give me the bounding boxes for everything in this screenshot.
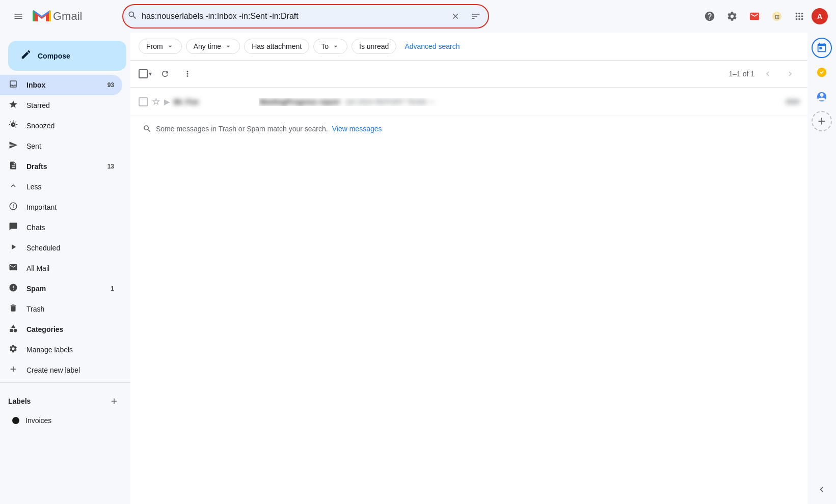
search-icon: [127, 10, 138, 23]
manage-labels-label: Manage labels: [26, 346, 114, 354]
search-input[interactable]: [142, 12, 443, 21]
label-item-invoices[interactable]: Invoices: [8, 411, 114, 430]
menu-button[interactable]: [8, 6, 29, 26]
create-label-label: Create new label: [26, 366, 114, 374]
inbox-count: 93: [107, 81, 114, 89]
select-all-checkbox[interactable]: [139, 69, 148, 78]
mail-icon-button[interactable]: [744, 6, 765, 26]
sidebar: Compose Inbox 93 Starred Snoo: [0, 33, 130, 504]
pagination: 1–1 of 1: [729, 65, 799, 83]
sidebar-item-snoozed[interactable]: Snoozed: [0, 116, 122, 136]
important-marker-icon[interactable]: ▶: [164, 98, 170, 106]
add-label-button[interactable]: [106, 393, 122, 409]
sidebar-item-manage-labels[interactable]: Manage labels: [0, 340, 122, 360]
google-account-button[interactable]: ⊞: [767, 6, 787, 26]
important-icon: [8, 202, 18, 213]
svg-point-3: [14, 328, 17, 332]
sidebar-item-trash[interactable]: Trash: [0, 299, 122, 319]
select-dropdown-icon[interactable]: ▾: [149, 70, 152, 77]
label-name-invoices: Invoices: [25, 416, 51, 425]
refresh-button[interactable]: [156, 65, 174, 83]
help-button[interactable]: [699, 6, 720, 26]
sidebar-item-all-mail[interactable]: All Mail: [0, 258, 122, 278]
search-bar-wrapper: [122, 4, 489, 29]
starred-icon: [8, 100, 18, 111]
user-avatar-button[interactable]: A: [812, 8, 828, 24]
chats-label: Chats: [26, 223, 114, 232]
compose-button[interactable]: Compose: [8, 41, 126, 71]
label-color-dot: [12, 417, 19, 424]
notice-text: Some messages in Trash or Spam match you…: [156, 125, 328, 133]
email-list: ☆ ▶ Mr. Fox MeetingProgress report Q4 20…: [130, 88, 807, 116]
important-label: Important: [26, 203, 114, 211]
drafts-icon: [8, 161, 18, 173]
calendar-button[interactable]: [812, 38, 832, 58]
advanced-search-link[interactable]: Advanced search: [400, 39, 464, 53]
is-unread-filter-button[interactable]: Is unread: [352, 39, 396, 54]
search-notice: Some messages in Trash or Spam match you…: [130, 116, 807, 142]
top-right-icons: ⊞ A: [699, 6, 828, 26]
sidebar-item-create-label[interactable]: Create new label: [0, 360, 122, 380]
drafts-label: Drafts: [26, 162, 99, 171]
email-checkbox[interactable]: [139, 97, 148, 106]
right-panel: [807, 33, 836, 504]
create-label-icon: [8, 365, 18, 376]
labels-title: Labels: [8, 397, 31, 405]
svg-text:⊞: ⊞: [775, 14, 779, 20]
to-filter-button[interactable]: To: [313, 39, 347, 54]
sidebar-item-important[interactable]: Important: [0, 197, 122, 217]
app-title: Gmail: [53, 10, 82, 23]
all-mail-icon: [8, 263, 18, 274]
labels-header: Labels: [8, 393, 122, 409]
any-time-filter-label: Any time: [194, 42, 221, 50]
has-attachment-filter-button[interactable]: Has attachment: [244, 39, 309, 54]
scheduled-label: Scheduled: [26, 244, 114, 252]
expand-panel-button[interactable]: [812, 480, 832, 500]
categories-label: Categories: [26, 325, 114, 333]
sidebar-item-drafts[interactable]: Drafts 13: [0, 156, 122, 177]
sidebar-item-sent[interactable]: Sent: [0, 136, 122, 156]
spam-icon: [8, 283, 18, 295]
gmail-logo-icon: [33, 9, 51, 23]
compose-label: Compose: [38, 52, 70, 60]
sidebar-item-categories[interactable]: Categories: [0, 319, 122, 340]
search-options-button[interactable]: [468, 8, 484, 24]
main-content: From Any time Has attachment To Is unrea…: [130, 33, 807, 504]
logo-area: Gmail: [33, 9, 114, 23]
any-time-filter-button[interactable]: Any time: [186, 39, 240, 54]
from-filter-button[interactable]: From: [139, 39, 182, 54]
sidebar-item-starred[interactable]: Starred: [0, 95, 122, 116]
settings-button[interactable]: [722, 6, 742, 26]
inbox-label: Inbox: [26, 81, 99, 89]
next-page-button[interactable]: [781, 65, 799, 83]
contacts-button[interactable]: [812, 87, 832, 107]
less-label: Less: [26, 183, 114, 191]
less-icon: [8, 181, 18, 193]
apps-button[interactable]: [789, 6, 810, 26]
sidebar-item-spam[interactable]: Spam 1: [0, 278, 122, 299]
add-app-button[interactable]: [812, 111, 832, 131]
more-options-button[interactable]: [178, 65, 197, 83]
view-messages-link[interactable]: View messages: [332, 125, 382, 133]
sidebar-item-inbox[interactable]: Inbox 93: [0, 75, 122, 95]
tasks-button[interactable]: [812, 62, 832, 82]
sidebar-item-scheduled[interactable]: Scheduled: [0, 238, 122, 258]
search-notice-icon: [143, 124, 152, 133]
search-clear-button[interactable]: [447, 8, 464, 24]
previous-page-button[interactable]: [759, 65, 777, 83]
categories-icon: [8, 324, 18, 335]
sidebar-item-less[interactable]: Less: [0, 177, 122, 197]
inbox-icon: [8, 79, 18, 91]
snoozed-icon: [8, 120, 18, 132]
starred-label: Starred: [26, 101, 114, 109]
drafts-count: 13: [107, 163, 114, 170]
select-all-area: ▾: [139, 69, 152, 78]
is-unread-label: Is unread: [359, 42, 389, 50]
has-attachment-label: Has attachment: [252, 42, 302, 50]
table-row[interactable]: ☆ ▶ Mr. Fox MeetingProgress report Q4 20…: [130, 88, 807, 116]
search-bar: [122, 4, 489, 29]
manage-labels-icon: [8, 344, 18, 356]
sidebar-item-chats[interactable]: Chats: [0, 217, 122, 238]
email-date: 2024: [769, 98, 799, 105]
star-icon[interactable]: ☆: [152, 96, 160, 107]
